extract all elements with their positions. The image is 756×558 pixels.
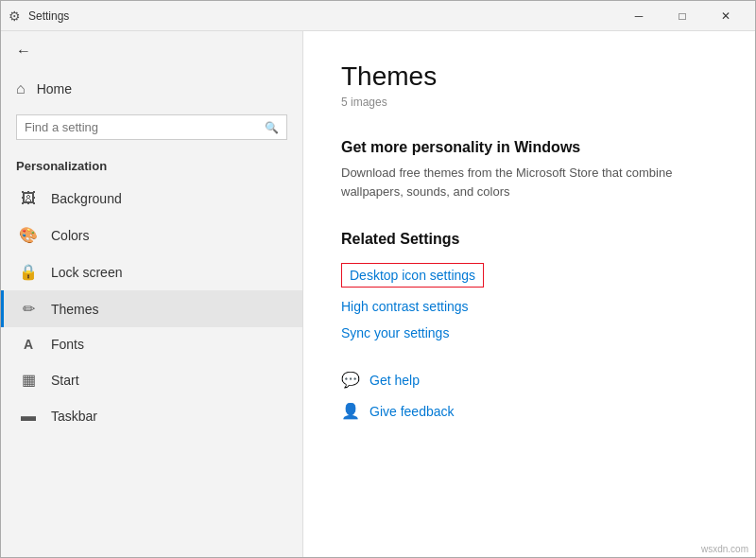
page-subtitle: 5 images	[341, 96, 717, 109]
sidebar-item-start[interactable]: ▦ Start	[1, 361, 302, 398]
window-controls: ─ □ ✕	[617, 1, 747, 31]
desktop-icon-settings-link[interactable]: Desktop icon settings	[341, 263, 484, 288]
sidebar-item-themes[interactable]: ✏ Themes	[1, 290, 302, 327]
sidebar-item-taskbar[interactable]: ▬ Taskbar	[1, 398, 302, 434]
sidebar-item-home[interactable]: ⌂ Home	[1, 71, 302, 107]
get-help-icon: 💬	[341, 371, 360, 389]
background-icon: 🖼	[19, 190, 38, 207]
give-feedback-label: Give feedback	[369, 404, 455, 419]
start-icon: ▦	[19, 371, 38, 389]
sidebar-item-background[interactable]: 🖼 Background	[1, 181, 302, 217]
sidebar-item-colors[interactable]: 🎨 Colors	[1, 217, 302, 253]
themes-icon: ✏	[19, 300, 38, 318]
taskbar-icon: ▬	[19, 408, 38, 425]
sidebar-item-label: Fonts	[51, 337, 84, 352]
titlebar-title: Settings	[28, 9, 617, 23]
home-label: Home	[37, 81, 72, 96]
back-button[interactable]: ←	[1, 31, 302, 71]
main-layout: ← ⌂ Home 🔍 Personalization 🖼 Background …	[1, 31, 755, 557]
give-feedback-icon: 👤	[341, 402, 360, 420]
sidebar-section-title: Personalization	[1, 148, 302, 181]
search-icon: 🔍	[265, 121, 279, 134]
content-area: Themes 5 images Get more personality in …	[303, 31, 755, 557]
sidebar-item-label: Taskbar	[51, 409, 97, 424]
sidebar-item-label: Themes	[51, 302, 99, 317]
home-icon: ⌂	[16, 80, 26, 97]
promo-description: Download free themes from the Microsoft …	[341, 164, 700, 201]
sidebar-item-label: Background	[51, 191, 122, 206]
related-settings-heading: Related Settings	[341, 231, 717, 248]
back-arrow-icon: ←	[16, 43, 31, 60]
sidebar: ← ⌂ Home 🔍 Personalization 🖼 Background …	[1, 31, 303, 557]
fonts-icon: A	[19, 337, 38, 352]
sidebar-item-fonts[interactable]: A Fonts	[1, 327, 302, 361]
minimize-button[interactable]: ─	[617, 1, 661, 31]
promo-heading: Get more personality in Windows	[341, 139, 717, 156]
sidebar-item-label: Lock screen	[51, 265, 122, 280]
search-box[interactable]: 🔍	[16, 114, 287, 140]
titlebar: ⚙ Settings ─ □ ✕	[1, 1, 755, 31]
search-input[interactable]	[25, 120, 265, 134]
lock-screen-icon: 🔒	[19, 263, 38, 281]
get-help-item[interactable]: 💬 Get help	[341, 371, 717, 389]
colors-icon: 🎨	[19, 226, 38, 244]
get-help-label: Get help	[369, 373, 420, 388]
give-feedback-item[interactable]: 👤 Give feedback	[341, 402, 717, 420]
sidebar-item-label: Colors	[51, 228, 89, 243]
sync-settings-link[interactable]: Sync your settings	[341, 325, 717, 340]
settings-app-icon: ⚙	[9, 9, 21, 24]
help-section: 💬 Get help 👤 Give feedback	[341, 371, 717, 420]
page-title: Themes	[341, 61, 717, 92]
high-contrast-settings-link[interactable]: High contrast settings	[341, 299, 717, 314]
maximize-button[interactable]: □	[661, 1, 704, 31]
sidebar-item-label: Start	[51, 373, 79, 388]
sidebar-item-lock-screen[interactable]: 🔒 Lock screen	[1, 253, 302, 290]
close-button[interactable]: ✕	[704, 1, 747, 31]
